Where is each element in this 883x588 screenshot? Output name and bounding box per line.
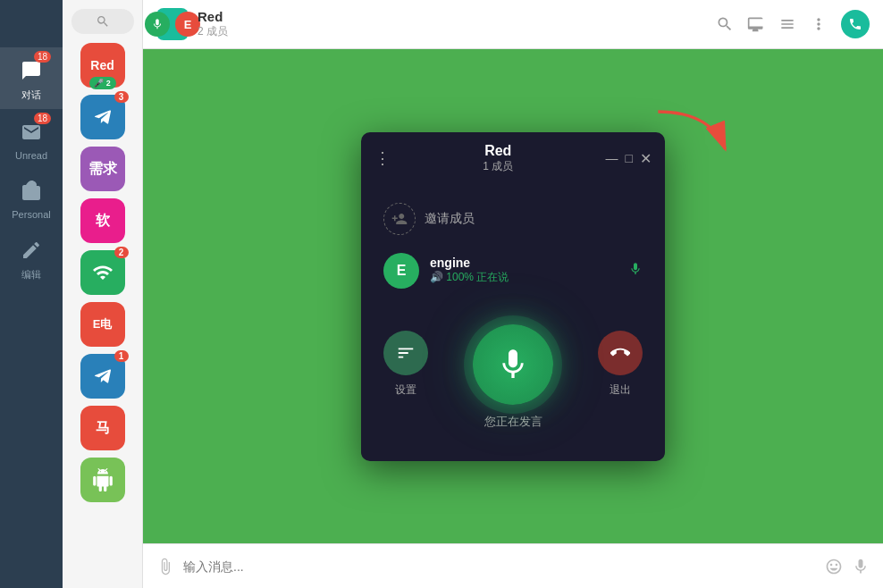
invite-label: 邀请成员 [425,211,475,227]
member-status: 🔊 100% 正在说 [430,270,618,285]
sidebar-item-personal[interactable]: Personal [0,168,63,227]
channel-edian-label: E电 [93,316,113,332]
chat-footer [143,543,883,588]
unread-badge: 18 [34,113,51,124]
layout-icon[interactable] [778,15,796,33]
exit-circle [598,331,643,375]
modal-maximize-button[interactable]: □ [626,151,633,165]
channel-search[interactable] [71,9,134,34]
channel-list: Red 🎤 2 3 需求 软 2 E电 1 马 [63,0,143,588]
channel-ma[interactable]: 马 [80,406,125,450]
emoji-icon[interactable] [825,558,843,575]
telegram-badge: 3 [114,91,129,103]
channel-android[interactable] [80,458,125,502]
channel-demand[interactable]: 需求 [80,147,125,191]
channel-wifi[interactable]: 2 [80,250,125,295]
chat-header: E Red 2 成员 [143,0,883,49]
channel-soft[interactable]: 软 [80,198,125,243]
voice-modal-body: 邀请成员 E engine 🔊 100% 正在说 [361,185,665,461]
chat-header-members: 2 成员 [198,24,707,39]
invite-member-row[interactable]: 邀请成员 [374,194,652,244]
chat-area: E Red 2 成员 [143,0,883,588]
member-avatar-letter: E [397,263,407,279]
modal-title-sub: 1 成员 [391,159,606,174]
voice-actions: 设置 退出 [374,298,652,414]
channel-red[interactable]: Red 🎤 2 [80,43,125,88]
modal-controls: — □ ✕ [606,150,652,167]
modal-more-icon[interactable]: ⋮ [374,148,391,168]
modal-title-main: Red [391,143,606,159]
settings-label: 设置 [395,382,416,398]
member-avatar: E [383,253,419,289]
channel-edian[interactable]: E电 [80,302,125,347]
modal-minimize-button[interactable]: — [606,151,618,165]
sidebar-item-unread-label: Unread [15,150,47,161]
search-icon[interactable] [716,15,734,33]
channel-red-label: Red [90,58,114,72]
voice-modal-title: Red 1 成员 [391,143,606,174]
sidebar-item-chat[interactable]: 18 对话 [0,47,63,109]
main-mic-button[interactable] [473,324,553,405]
member-name: engine [430,256,618,270]
settings-circle [383,331,428,375]
channel-telegram[interactable]: 3 [80,95,125,139]
channel-telegram2[interactable]: 1 [80,354,125,399]
sidebar-item-edit-label: 编辑 [21,268,41,281]
invite-icon [383,203,416,235]
member-item: E engine 🔊 100% 正在说 [374,244,652,298]
exit-action[interactable]: 退出 [598,331,643,398]
wifi-badge: 2 [114,247,129,258]
sidebar-item-chat-label: 对话 [21,88,41,102]
more-icon[interactable] [810,15,828,33]
chat-badge: 18 [34,51,51,63]
speaking-text: 您正在发言 [374,414,652,443]
sidebar: 18 对话 18 Unread Personal 编辑 [0,0,63,588]
sidebar-item-edit[interactable]: 编辑 [0,227,63,289]
attachment-icon[interactable] [156,558,174,575]
sidebar-item-personal-label: Personal [12,209,50,220]
chat-header-name: Red [198,9,707,24]
member-info: engine 🔊 100% 正在说 [430,256,618,285]
member-mic-icon [628,262,643,280]
channel-ma-label: 马 [96,419,110,438]
sidebar-item-unread[interactable]: 18 Unread [0,109,63,168]
telegram2-badge: 1 [114,350,129,362]
modal-close-button[interactable]: ✕ [640,150,652,167]
settings-action[interactable]: 设置 [383,331,428,398]
voice-modal: ⋮ Red 1 成员 — □ ✕ 邀请成员 [361,132,665,461]
channel-demand-label: 需求 [88,160,117,179]
mic-footer-icon[interactable] [852,558,870,575]
voice-modal-header: ⋮ Red 1 成员 — □ ✕ [361,132,665,185]
channel-soft-label: 软 [96,212,110,231]
exit-label: 退出 [610,382,631,398]
chat-body: ⋮ Red 1 成员 — □ ✕ 邀请成员 [143,49,883,543]
chat-header-actions [716,10,870,38]
message-input[interactable] [183,559,816,574]
chat-header-info: Red 2 成员 [198,9,707,39]
active-call-button[interactable] [841,10,870,38]
monitor-icon[interactable] [747,15,765,33]
chat-header-avatar: E [156,8,189,40]
